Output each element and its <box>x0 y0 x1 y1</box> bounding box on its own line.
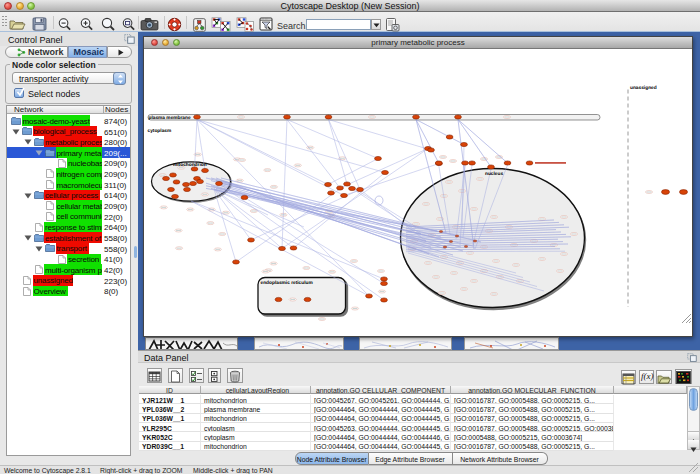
svg-text:plasma membrane: plasma membrane <box>149 115 191 121</box>
svg-text:cytoplasm: cytoplasm <box>148 128 172 134</box>
svg-text:unassigned: unassigned <box>630 84 657 90</box>
svg-text:endoplasmic reticulum: endoplasmic reticulum <box>261 280 313 286</box>
svg-text:mitochondrion: mitochondrion <box>173 161 207 167</box>
svg-text:nucleus: nucleus <box>485 170 503 176</box>
